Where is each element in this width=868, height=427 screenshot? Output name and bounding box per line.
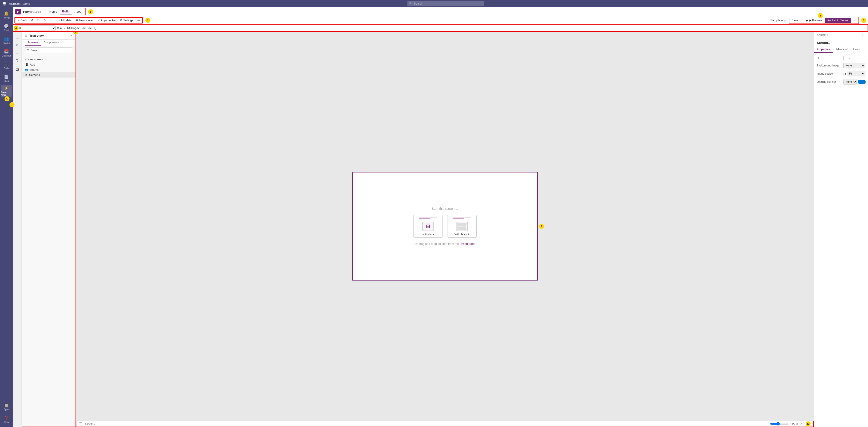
right-panel-header-actions: ℹ › (862, 33, 865, 37)
spinner-select[interactable]: None (843, 79, 857, 85)
insert-pane-link[interactable]: Insert pane (461, 242, 475, 245)
checker-icon: ✓ (98, 19, 100, 22)
save-dropdown-icon[interactable]: ⌄ (799, 19, 801, 22)
property-selector[interactable]: Fill (15, 25, 56, 31)
data-button[interactable]: 🗄 (13, 58, 21, 65)
zoom-slider[interactable] (770, 422, 788, 426)
insert-button[interactable]: + (13, 50, 21, 57)
canvas-options: ⊞ With data (413, 215, 476, 237)
sidebar-item-apps[interactable]: 🔲 Apps (1, 401, 12, 413)
app-grid-icon[interactable] (3, 2, 6, 5)
pa-title: Power Apps (23, 10, 41, 13)
sidebar-item-powerapps[interactable]: ⚡ Power Apps (1, 85, 12, 97)
zoom-control: − + 90 % ⤢ (767, 422, 802, 426)
fill-color-swatch[interactable] (843, 56, 848, 60)
sidebar-item-teams[interactable]: 👥 Teams (1, 34, 12, 46)
bg-image-select[interactable]: None (843, 63, 865, 68)
new-screen-dropdown-icon[interactable]: ⌄ (45, 58, 47, 61)
tree-close-icon[interactable]: ✕ (70, 34, 73, 37)
save-button[interactable]: Save ⌄ (789, 18, 803, 23)
toolbar-app-name: Sample app (770, 19, 786, 22)
tree-search-input[interactable] (25, 47, 73, 53)
screen-section-label: SCREEN (817, 34, 828, 37)
tree-item-app[interactable]: 📱 App (22, 62, 75, 67)
copy-icon: ⧉ (44, 19, 46, 22)
publish-dropdown[interactable]: ⌄ (852, 18, 858, 23)
zoom-plus-button[interactable]: + (789, 422, 791, 426)
add-data-button[interactable]: + Add data (57, 18, 73, 23)
redo-button[interactable]: ↻ (35, 18, 41, 23)
title-bar-search[interactable]: 🔍 (407, 1, 484, 6)
spinner-toggle[interactable] (858, 80, 866, 84)
publish-button[interactable]: Publish to Teams (825, 18, 851, 23)
annotation-4: 4 (13, 26, 19, 31)
sidebar-item-calls[interactable]: 📞 Calls (1, 60, 12, 71)
tree-panel: 8 ☰ Tree view ✕ Screens Components (22, 32, 76, 427)
zoom-minus-button[interactable]: − (767, 422, 769, 426)
sidebar-item-calendar[interactable]: 📅 Calendar (1, 47, 12, 59)
title-bar-more[interactable]: ⋯ (862, 2, 865, 6)
screen-copy-dropdown[interactable]: ⌄ (48, 18, 54, 23)
tab-advanced[interactable]: Advanced (833, 46, 850, 53)
toolbar-main-section: ← Back ↺ ↻ ⧉ ⌄ + Add data (14, 17, 143, 24)
layout-cell-3 (457, 227, 462, 230)
new-screen-tree-btn[interactable]: + New screen ⌄ (22, 57, 75, 62)
canvas-start-text: Start this screen ... (432, 207, 458, 210)
formula-input[interactable] (67, 27, 862, 30)
tab-ideas[interactable]: Ideas (850, 46, 862, 53)
tree-hamburger-icon[interactable]: ☰ (25, 34, 28, 37)
tab-screens[interactable]: Screens (25, 39, 41, 46)
prop-fill-label: Fill (817, 56, 841, 60)
preview-button[interactable]: ▶ ▶ Preview (804, 18, 824, 23)
formula-expand-icon[interactable]: ⌄ (863, 26, 866, 30)
prop-bg-value: None (843, 63, 865, 68)
tab-components[interactable]: Components (41, 39, 62, 46)
tree-item-screen1[interactable]: 🖥 Screen1 ⋯ (22, 72, 75, 77)
new-screen-button[interactable]: 🖥 New screen (74, 18, 95, 23)
sidebar-item-chat[interactable]: 💬 Chat (1, 22, 12, 33)
pa-nav-home[interactable]: Home (47, 9, 59, 14)
tree-item-teams[interactable]: 👥 Teams (22, 67, 75, 72)
sidebar-item-activity[interactable]: 🔔 Activity (1, 9, 12, 21)
toolbar-right: 5 Sample app Save ⌄ ▶ ▶ Preview Publish … (770, 17, 866, 24)
more-options-button[interactable]: ⋯ (135, 18, 142, 23)
app-checker-button[interactable]: ✓ App checker (96, 18, 118, 23)
pa-logo: P (16, 9, 21, 14)
with-data-lines (419, 217, 437, 219)
prop-loading-spinner: Loading spinner None (817, 79, 865, 85)
media-icon: 🖼 (16, 68, 19, 72)
layout-cell-4 (462, 227, 466, 230)
info-icon[interactable]: ℹ (862, 33, 864, 37)
sidebar-item-files[interactable]: 📄 Files (1, 72, 12, 84)
right-panel-header: SCREEN ℹ › (814, 32, 868, 39)
media-button[interactable]: 🖼 (13, 66, 21, 73)
pa-nav-build[interactable]: Build (60, 9, 72, 14)
tree-content: + New screen ⌄ 📱 App 👥 Teams 🖥 Scre (22, 55, 75, 427)
title-bar: Microsoft Teams 🔍 ⋯ (0, 0, 868, 7)
layers-button[interactable]: ⧉ (13, 42, 21, 49)
with-data-option[interactable]: ⊞ With data (413, 215, 443, 237)
search-input[interactable] (414, 2, 483, 5)
collapse-icon[interactable]: › (864, 33, 865, 37)
sidebar-item-help[interactable]: ❓ Help (1, 414, 12, 425)
pa-nav-about[interactable]: About (72, 9, 85, 14)
settings-icon: ⚙ (120, 19, 122, 22)
insert-icon: + (16, 51, 18, 55)
settings-button[interactable]: ⚙ Settings (118, 18, 135, 23)
chevron-fx-icon: ⌄ (64, 27, 66, 30)
undo-button[interactable]: ↺ (29, 18, 35, 23)
hamburger-button[interactable]: ☰ (13, 33, 21, 41)
screen-copy-button[interactable]: ⧉ (42, 18, 48, 23)
with-layout-preview (456, 222, 468, 231)
screen1-checkbox[interactable] (79, 423, 82, 425)
screen-more-icon[interactable]: ⋯ (70, 73, 73, 77)
expand-icon[interactable]: ⤢ (800, 422, 802, 425)
with-layout-lines (453, 217, 471, 219)
img-pos-select[interactable]: Fit (847, 71, 865, 76)
fill-expand-icon[interactable]: ⌄ (849, 56, 851, 60)
back-button[interactable]: ← Back (16, 18, 29, 23)
tab-properties[interactable]: Properties (814, 46, 833, 53)
redo-icon: ↻ (37, 19, 39, 22)
with-layout-option[interactable]: With layout (447, 215, 476, 237)
powerapps-icon: ⚡ (4, 86, 9, 91)
